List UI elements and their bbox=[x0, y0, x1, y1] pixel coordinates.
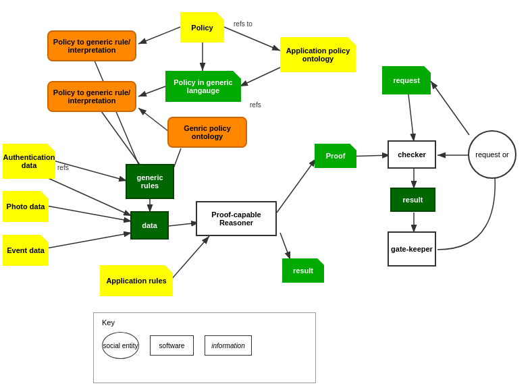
policy-to-rule2-label: Policy to generic rule/ interpretation bbox=[49, 88, 135, 105]
svg-line-16 bbox=[169, 223, 199, 226]
svg-line-19 bbox=[280, 233, 290, 260]
proof-label: Proof bbox=[326, 152, 346, 160]
gatekeeper-node: gate-keeper bbox=[388, 231, 436, 267]
key-info-label: information bbox=[211, 342, 244, 349]
svg-line-7 bbox=[138, 108, 169, 132]
svg-line-18 bbox=[277, 159, 316, 213]
proof-capable-label: Proof-capable Reasoner bbox=[197, 211, 275, 227]
svg-line-17 bbox=[171, 236, 209, 280]
svg-line-24 bbox=[431, 81, 469, 135]
proof-node: Proof bbox=[315, 144, 356, 168]
data-label: data bbox=[142, 221, 157, 229]
result-bottom-node: result bbox=[282, 258, 324, 283]
svg-line-9 bbox=[101, 111, 145, 172]
event-data-label: Event data bbox=[7, 246, 45, 254]
generic-policy-ontology-node: Genric policy ontology bbox=[167, 117, 247, 148]
policy-node: Policy bbox=[180, 12, 224, 43]
key-title: Key bbox=[102, 318, 307, 327]
request-or-node: request or bbox=[468, 130, 516, 179]
gatekeeper-label: gate-keeper bbox=[391, 245, 433, 253]
policy-to-rule2-node: Policy to generic rule/ interpretation bbox=[47, 81, 136, 112]
svg-line-12 bbox=[47, 177, 132, 216]
svg-line-13 bbox=[47, 206, 132, 221]
refs-to-label1: refs to bbox=[234, 20, 252, 28]
checker-node: checker bbox=[388, 140, 436, 169]
request-node: request bbox=[382, 66, 431, 94]
result-bottom-label: result bbox=[293, 267, 313, 275]
photo-data-node: Photo data bbox=[3, 191, 49, 222]
refs-label2: refs bbox=[57, 164, 69, 171]
generic-rules-node: generic rules bbox=[126, 164, 174, 199]
svg-line-6 bbox=[138, 86, 165, 96]
key-social-entity: social entity bbox=[102, 332, 139, 359]
auth-data-label: Authentication data bbox=[3, 153, 55, 169]
key-social-label: social entity bbox=[103, 342, 138, 349]
svg-line-2 bbox=[224, 27, 280, 51]
key-software: software bbox=[150, 335, 194, 356]
key-items: social entity software information bbox=[102, 332, 307, 359]
result-right-node: result bbox=[390, 188, 435, 212]
generic-policy-ontology-label: Genric policy ontology bbox=[169, 124, 246, 140]
policy-in-generic-node: Policy in generic langauge bbox=[165, 71, 241, 102]
key-information: information bbox=[205, 335, 252, 356]
key-software-label: software bbox=[159, 342, 185, 349]
policy-to-rule1-node: Policy to generic rule/ interpretation bbox=[47, 30, 136, 61]
generic-rules-label: generic rules bbox=[127, 173, 173, 190]
checker-label: checker bbox=[398, 150, 426, 159]
svg-line-3 bbox=[138, 27, 180, 44]
request-label: request bbox=[393, 76, 420, 84]
request-or-label: request or bbox=[475, 150, 509, 159]
app-policy-ontology-node: Application policy ontology bbox=[280, 37, 356, 72]
svg-line-8 bbox=[95, 61, 142, 172]
data-node: data bbox=[130, 211, 169, 240]
photo-data-label: Photo data bbox=[7, 202, 45, 211]
result-right-label: result bbox=[403, 196, 423, 204]
svg-line-21 bbox=[408, 94, 414, 142]
diagram: Policy Application policy ontology Polic… bbox=[0, 0, 532, 392]
application-rules-node: Application rules bbox=[100, 265, 173, 296]
app-policy-ontology-label: Application policy ontology bbox=[280, 47, 356, 63]
auth-data-node: Authentication data bbox=[3, 144, 55, 179]
application-rules-label: Application rules bbox=[106, 277, 166, 285]
refs-label1: refs bbox=[250, 101, 261, 109]
policy-to-rule1-label: Policy to generic rule/ interpretation bbox=[49, 38, 135, 54]
svg-line-14 bbox=[47, 233, 132, 248]
policy-label: Policy bbox=[191, 24, 213, 32]
svg-line-5 bbox=[240, 67, 280, 86]
proof-capable-node: Proof-capable Reasoner bbox=[196, 201, 277, 236]
policy-in-generic-label: Policy in generic langauge bbox=[165, 78, 241, 94]
event-data-node: Event data bbox=[3, 235, 49, 266]
key-box: Key social entity software information bbox=[93, 312, 316, 383]
